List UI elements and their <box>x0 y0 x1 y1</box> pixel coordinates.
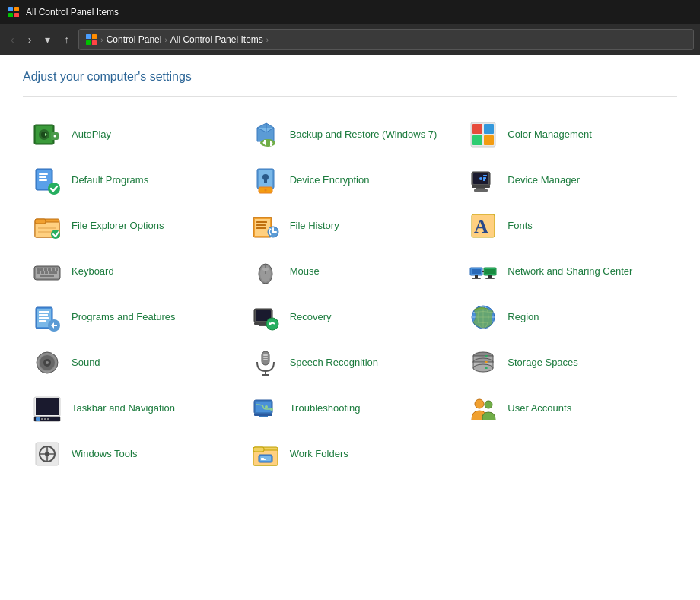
svg-rect-20 <box>473 135 482 145</box>
recovery-label[interactable]: Recovery <box>290 311 332 324</box>
svg-point-130 <box>265 405 268 408</box>
keyboard-icon <box>32 256 62 287</box>
keyboard-label[interactable]: Keyboard <box>72 265 114 278</box>
device-manager-label[interactable]: Device Manager <box>508 174 580 187</box>
svg-rect-76 <box>472 269 481 274</box>
svg-point-115 <box>473 364 493 372</box>
item-device-encryption[interactable]: Device Encryption <box>241 157 460 203</box>
item-storage-spaces[interactable]: Storage Spaces <box>459 340 677 386</box>
svg-rect-36 <box>472 186 490 188</box>
item-color-management[interactable]: Color Management <box>459 112 677 157</box>
user-accounts-label[interactable]: User Accounts <box>508 402 571 415</box>
work-folders-label[interactable]: Work Folders <box>290 448 348 461</box>
item-file-history[interactable]: File History <box>241 203 460 249</box>
svg-rect-110 <box>263 359 268 360</box>
file-explorer-options-label[interactable]: File Explorer Options <box>72 220 164 233</box>
svg-rect-58 <box>37 268 40 271</box>
item-recovery[interactable]: Recovery <box>241 294 460 340</box>
item-taskbar-navigation[interactable]: Taskbar and Navigation <box>23 386 241 431</box>
sound-icon <box>32 348 62 378</box>
autoplay-label[interactable]: AutoPlay <box>72 129 111 141</box>
svg-point-116 <box>485 355 488 357</box>
item-file-explorer-options[interactable]: File Explorer Options <box>23 203 241 249</box>
item-work-folders[interactable]: Work Folders <box>241 431 460 477</box>
addr-chevron1: › <box>100 36 103 44</box>
item-fonts[interactable]: A Fonts <box>459 203 677 249</box>
item-programs-features[interactable]: Programs and Features <box>23 294 241 340</box>
svg-rect-128 <box>254 414 272 416</box>
item-mouse[interactable]: Mouse <box>241 249 460 294</box>
svg-rect-8 <box>92 40 97 45</box>
svg-point-16 <box>260 139 275 147</box>
svg-rect-63 <box>56 268 58 271</box>
item-backup-restore[interactable]: Backup and Restore (Windows 7) <box>241 112 460 157</box>
mouse-label[interactable]: Mouse <box>290 265 320 278</box>
item-speech-recognition[interactable]: Speech Recognition <box>241 340 460 386</box>
svg-rect-31 <box>264 179 267 183</box>
storage-spaces-icon <box>468 348 498 378</box>
svg-rect-88 <box>39 320 46 322</box>
windows-tools-label[interactable]: Windows Tools <box>72 448 137 461</box>
storage-spaces-label[interactable]: Storage Spaces <box>508 357 578 370</box>
programs-features-label[interactable]: Programs and Features <box>72 311 176 324</box>
svg-rect-2 <box>14 7 19 11</box>
sound-label[interactable]: Sound <box>72 357 100 370</box>
svg-rect-65 <box>41 271 44 274</box>
svg-rect-86 <box>39 314 48 316</box>
region-label[interactable]: Region <box>508 311 539 324</box>
file-history-icon <box>250 211 281 241</box>
back-button[interactable]: ‹ <box>6 30 19 49</box>
dropdown-button[interactable]: ▾ <box>40 30 55 49</box>
item-network-sharing[interactable]: Network and Sharing Center <box>459 249 677 294</box>
svg-rect-77 <box>485 269 495 274</box>
speech-recognition-label[interactable]: Speech Recognition <box>290 357 378 370</box>
backup-restore-label[interactable]: Backup and Restore (Windows 7) <box>290 129 438 141</box>
item-autoplay[interactable]: AutoPlay <box>23 112 241 157</box>
svg-rect-59 <box>40 268 43 271</box>
up-button[interactable]: ↑ <box>59 30 74 49</box>
address-bar: ‹ › ▾ ↑ › Control Panel › All Control Pa… <box>0 24 700 55</box>
item-default-programs[interactable]: Default Programs <box>23 157 241 203</box>
divider <box>23 96 677 97</box>
taskbar-navigation-label[interactable]: Taskbar and Navigation <box>72 402 175 415</box>
address-box[interactable]: › Control Panel › All Control Panel Item… <box>78 29 694 50</box>
item-region[interactable]: Region <box>459 294 677 340</box>
svg-rect-45 <box>35 219 46 224</box>
default-programs-icon <box>32 165 62 195</box>
item-sound[interactable]: Sound <box>23 340 241 386</box>
file-history-label[interactable]: File History <box>290 220 339 233</box>
fonts-label[interactable]: Fonts <box>508 220 533 233</box>
default-programs-label[interactable]: Default Programs <box>72 174 148 187</box>
device-encryption-icon <box>250 165 281 195</box>
network-sharing-label[interactable]: Network and Sharing Center <box>508 265 632 278</box>
location-icon <box>85 33 97 46</box>
svg-rect-5 <box>86 34 91 39</box>
svg-rect-124 <box>44 418 46 420</box>
svg-rect-109 <box>263 357 268 358</box>
troubleshooting-label[interactable]: Troubleshooting <box>290 402 361 415</box>
addr-chevron3: › <box>266 36 269 44</box>
svg-rect-81 <box>472 278 481 279</box>
svg-rect-38 <box>474 189 488 192</box>
forward-button[interactable]: › <box>24 30 37 49</box>
region-icon <box>468 302 498 332</box>
crumb-all-items[interactable]: All Control Panel Items <box>170 34 263 45</box>
windows-tools-icon <box>32 439 62 469</box>
svg-rect-21 <box>484 135 494 145</box>
crumb-control-panel[interactable]: Control Panel <box>107 34 162 45</box>
page-title: Adjust your computer's settings <box>23 70 677 84</box>
backup-restore-icon <box>250 119 281 150</box>
network-sharing-icon <box>468 256 498 287</box>
svg-rect-68 <box>52 271 57 274</box>
svg-rect-85 <box>39 311 49 313</box>
item-keyboard[interactable]: Keyboard <box>23 249 241 294</box>
svg-rect-122 <box>36 417 40 421</box>
item-user-accounts[interactable]: User Accounts <box>459 386 677 431</box>
svg-rect-144 <box>261 458 264 459</box>
device-encryption-label[interactable]: Device Encryption <box>290 174 370 187</box>
item-windows-tools[interactable]: Windows Tools <box>23 431 241 477</box>
color-management-label[interactable]: Color Management <box>508 129 592 141</box>
svg-rect-120 <box>36 398 59 415</box>
item-troubleshooting[interactable]: Troubleshooting <box>241 386 460 431</box>
item-device-manager[interactable]: Device Manager <box>459 157 677 203</box>
